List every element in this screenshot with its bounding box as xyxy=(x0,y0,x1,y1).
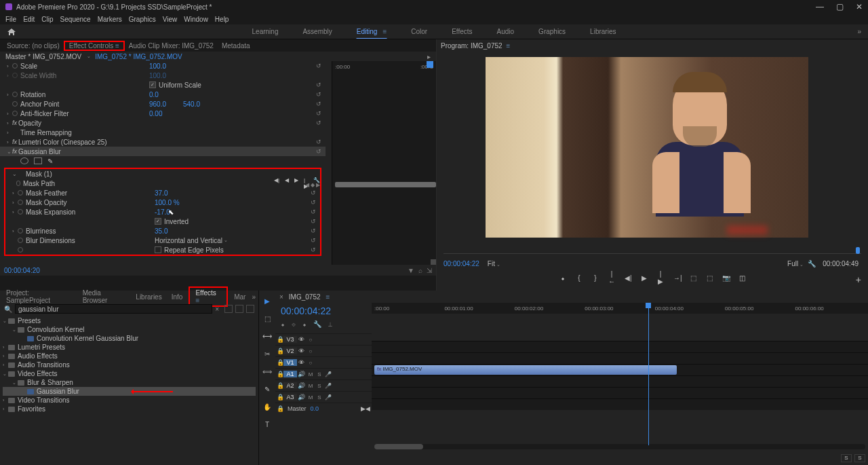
track-master[interactable]: Master xyxy=(288,405,307,412)
track-a2[interactable]: A2 xyxy=(283,382,297,389)
track-v2[interactable]: V2 xyxy=(283,348,297,354)
tree-conv-kernel[interactable]: Convolution Kernel xyxy=(27,326,85,333)
lift-icon[interactable]: ⬚ xyxy=(690,274,696,282)
lock-icon[interactable]: 🔒 xyxy=(277,382,283,389)
uniform-scale-checkbox[interactable]: ✓ xyxy=(149,81,156,88)
tree-audio-fx[interactable]: Audio Effects xyxy=(18,352,58,360)
tree-audio-tr[interactable]: Audio Transitions xyxy=(18,361,70,369)
close-button[interactable]: ✕ xyxy=(856,2,863,12)
reset-icon[interactable]: ↺ xyxy=(311,189,316,196)
val-anchor-x[interactable]: 960.0 xyxy=(149,100,183,108)
lock-icon[interactable]: 🔒 xyxy=(277,348,283,354)
lock-icon[interactable]: 🔒 xyxy=(277,394,283,401)
track-v1[interactable]: V1 xyxy=(283,359,297,366)
video-clip[interactable]: fx IMG_0752.MOV xyxy=(374,365,677,375)
menu-file[interactable]: File xyxy=(5,16,16,23)
tree-gaussian-blur[interactable]: Gaussian Blur xyxy=(37,388,79,395)
clear-search-icon[interactable]: × xyxy=(215,305,219,313)
val-antiflicker[interactable]: 0.00 xyxy=(149,110,183,117)
track-back-one-icon[interactable]: ◀| xyxy=(274,177,279,189)
reset-icon[interactable]: ↺ xyxy=(316,62,321,69)
sequence-tab[interactable]: IMG_0752 xyxy=(289,293,321,301)
video-preview[interactable] xyxy=(486,57,808,238)
val-blur-dimensions[interactable]: Horizontal and Vertical xyxy=(155,237,222,244)
menu-help[interactable]: Help xyxy=(215,16,229,23)
hand-tool-icon[interactable]: ✋ xyxy=(262,402,272,411)
slip-tool-icon[interactable]: ⟺ xyxy=(262,367,272,376)
program-title[interactable]: Program: IMG_0752 xyxy=(441,42,502,50)
go-to-out-icon[interactable]: →| xyxy=(673,274,680,282)
lock-icon[interactable]: 🔒 xyxy=(277,336,283,343)
tab-source[interactable]: Source: (no clips) xyxy=(3,42,64,50)
effect-gaussian-blur[interactable]: Gaussian Blur xyxy=(18,148,147,155)
track-play-icon[interactable]: ▶ xyxy=(294,177,298,189)
kf-playhead[interactable] xyxy=(427,61,433,68)
search-input[interactable] xyxy=(15,304,212,314)
play-icon[interactable]: ▶ xyxy=(641,274,648,282)
pen-mask-icon[interactable]: ✎ xyxy=(47,157,53,165)
minimize-button[interactable]: — xyxy=(816,2,824,12)
reset-icon[interactable]: ↺ xyxy=(316,110,321,117)
voice-icon[interactable]: 🎤 xyxy=(325,383,332,389)
tree-conv-gaussian[interactable]: Convolution Kernel Gaussian Blur xyxy=(37,335,138,342)
tree-video-tr[interactable]: Video Transitions xyxy=(18,396,70,404)
tab-audio-mixer[interactable]: Audio Clip Mixer: IMG_0752 xyxy=(125,42,218,50)
tab-effect-controls[interactable]: Effect Controls ≡ xyxy=(64,41,125,51)
export-frame-icon[interactable]: 📷 xyxy=(722,274,729,282)
ws-learning[interactable]: Learning xyxy=(252,25,279,39)
tree-blur-sharpen[interactable]: Blur & Sharpen xyxy=(27,379,73,386)
mask-title[interactable]: Mask (1) xyxy=(26,170,155,178)
home-icon[interactable] xyxy=(7,28,16,36)
inverted-checkbox[interactable]: ✓ xyxy=(155,218,161,225)
track-select-tool-icon[interactable]: ⬚ xyxy=(262,314,272,323)
program-scrubber[interactable] xyxy=(443,250,861,254)
timeline-ruler[interactable]: :00:00 00:00:01:00 00:00:02:00 00:00:03:… xyxy=(372,303,868,314)
marker-icon2[interactable]: ⬥ xyxy=(302,320,307,328)
ec-timecode[interactable]: 00:00:04:20 xyxy=(4,267,40,274)
track-a1[interactable]: A1 xyxy=(283,371,297,377)
ws-graphics[interactable]: Graphics xyxy=(538,25,566,39)
settings-icon2[interactable]: 🔧 xyxy=(313,320,321,328)
reset-icon[interactable]: ↺ xyxy=(316,138,321,145)
button-editor-icon[interactable]: + xyxy=(856,274,861,285)
tab-markers[interactable]: Mar xyxy=(231,293,249,301)
step-fwd-icon[interactable]: |▶ xyxy=(657,270,664,285)
track-v3[interactable]: V3 xyxy=(283,336,297,343)
ws-color[interactable]: Color xyxy=(411,25,427,39)
eye-icon[interactable]: 👁 xyxy=(297,348,305,354)
menu-view[interactable]: View xyxy=(163,16,178,23)
reset-icon[interactable]: ↺ xyxy=(311,246,316,253)
wrench-icon2[interactable]: ⟂ xyxy=(328,320,332,328)
linked-sel-icon[interactable]: ⟐ xyxy=(292,320,296,328)
effect-lumetri[interactable]: Lumetri Color (Cinespace 25) xyxy=(18,138,147,146)
filter-icon[interactable]: ▼ xyxy=(408,267,414,274)
reset-icon[interactable]: ↺ xyxy=(316,119,321,126)
zoom-thumb[interactable] xyxy=(374,444,423,449)
menu-graphics[interactable]: Graphics xyxy=(129,16,156,23)
tab-libraries[interactable]: Libraries xyxy=(132,293,165,301)
ripple-tool-icon[interactable]: ⟷ xyxy=(262,331,272,341)
val-anchor-y[interactable]: 540.0 xyxy=(183,100,217,108)
find-icon[interactable]: ⌕ xyxy=(418,267,422,274)
eye-icon[interactable]: 👁 xyxy=(297,359,305,366)
more-tabs-icon[interactable]: » xyxy=(252,293,256,301)
val-blurriness[interactable]: 35.0 xyxy=(155,227,189,235)
menu-window[interactable]: Window xyxy=(184,16,208,23)
timeline-tracks-area[interactable]: :00:00 00:00:01:00 00:00:02:00 00:00:03:… xyxy=(372,303,868,452)
mute-icon[interactable]: 🔊 xyxy=(297,394,305,401)
fx-badge-accel-icon[interactable] xyxy=(224,305,233,313)
val-rotation[interactable]: 0.0 xyxy=(149,91,183,98)
tab-metadata[interactable]: Metadata xyxy=(218,42,254,50)
ws-assembly[interactable]: Assembly xyxy=(302,25,332,39)
ellipse-mask-icon[interactable] xyxy=(20,157,28,164)
tree-presets[interactable]: Presets xyxy=(18,317,41,324)
tab-project[interactable]: Project: SampleProject xyxy=(3,289,77,304)
snap-icon[interactable]: ⬥ xyxy=(281,320,285,328)
maximize-button[interactable]: ▢ xyxy=(836,2,844,12)
eye-icon[interactable]: 👁 xyxy=(297,336,305,343)
reset-icon[interactable]: ↺ xyxy=(316,100,321,107)
settings-icon[interactable]: 🔧 xyxy=(808,260,816,267)
reset-icon[interactable]: ↺ xyxy=(316,91,321,98)
snap-s1[interactable]: S xyxy=(841,454,852,462)
ws-editing[interactable]: Editing≡ xyxy=(357,25,387,39)
